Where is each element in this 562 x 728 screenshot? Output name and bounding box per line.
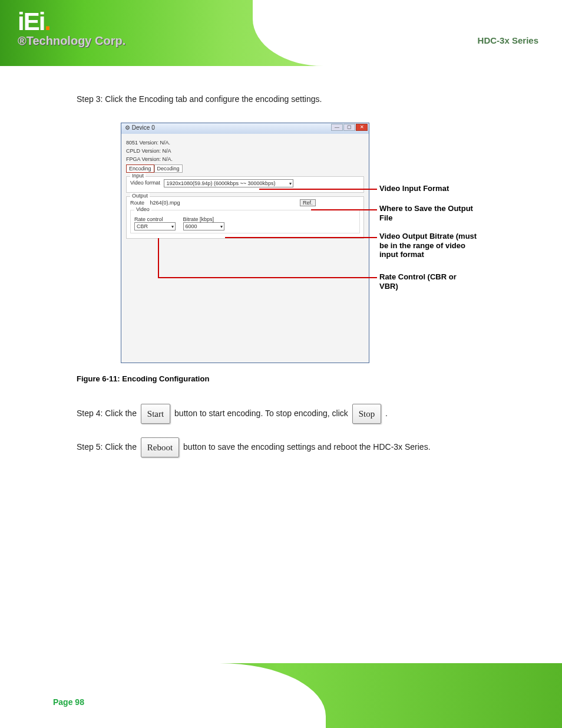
label-bitrate: Bitrate [kbps] (183, 216, 228, 222)
route-value: h264(0).mpg (148, 199, 299, 207)
label-video-format: Video format (130, 180, 160, 186)
video-format-dropdown[interactable]: 1920x1080(59.94p) (6000kbps ~~ 30000kbps… (164, 179, 293, 187)
stop-button[interactable]: Stop (352, 404, 382, 424)
callout-rate-control: Rate Control (CBR or VBR) (379, 272, 468, 291)
version-cpld: CPLD Version: N/A (126, 148, 364, 154)
window-titlebar: ⚙ Device 0 — ▢ ✕ (121, 123, 369, 134)
header-banner: iEi. ®Technology Corp. HDC-3x Series (0, 0, 562, 66)
minimize-button[interactable]: — (331, 124, 343, 131)
ref-button[interactable]: Ref. (300, 199, 316, 206)
window-title: Device 0 (132, 124, 155, 131)
callout-bitrate: Video Output Bitrate (must be in the ran… (379, 232, 485, 259)
step-3-text: Step 3: Click the Encoding tab and confi… (77, 94, 489, 104)
subgroup-video: Video Rate control CBR Bitrate [kbps] 60… (130, 210, 360, 233)
tab-encoding[interactable]: Encoding (126, 164, 154, 173)
callout-video-input: Video Input Format (379, 184, 449, 193)
page-number: Page 98 (53, 697, 84, 707)
callout-vline-4 (158, 238, 159, 278)
group-output: Output Route h264(0).mpg Ref. Video Rate… (126, 196, 364, 239)
gear-icon: ⚙ (125, 124, 130, 131)
step-4-text: Step 4: Click the Start button to start … (77, 404, 524, 424)
rate-control-dropdown[interactable]: CBR (134, 222, 176, 230)
callout-line-3 (225, 237, 377, 238)
logo-subtitle: ®Technology Corp. (18, 34, 125, 48)
version-8051: 8051 Version: N/A. (126, 140, 364, 146)
callout-line-4 (158, 277, 377, 278)
reboot-button[interactable]: Reboot (141, 437, 179, 457)
footer-banner: Page 98 (0, 663, 562, 728)
callout-save-output: Where to Save the Output File (379, 204, 480, 222)
version-fpga: FPGA Version: N/A. (126, 156, 364, 162)
maximize-button[interactable]: ▢ (343, 124, 355, 131)
bitrate-dropdown[interactable]: 6000 (183, 222, 224, 230)
callout-line-2 (311, 209, 377, 210)
product-name: HDC-3x Series (478, 35, 538, 45)
logo-iei: iEi. (18, 11, 125, 33)
figure-caption: Figure 6-11: Encoding Configuration (77, 374, 209, 383)
close-button[interactable]: ✕ (356, 124, 368, 131)
start-button[interactable]: Start (141, 404, 170, 424)
label-rate-control: Rate control (134, 216, 179, 222)
group-input: Input Video format 1920x1080(59.94p) (60… (126, 176, 364, 193)
step-5-text: Step 5: Click the Reboot button to save … (77, 437, 489, 457)
tab-decoding[interactable]: Decoding (154, 164, 183, 173)
callout-line-1 (259, 189, 377, 190)
label-route: Route (130, 200, 144, 206)
